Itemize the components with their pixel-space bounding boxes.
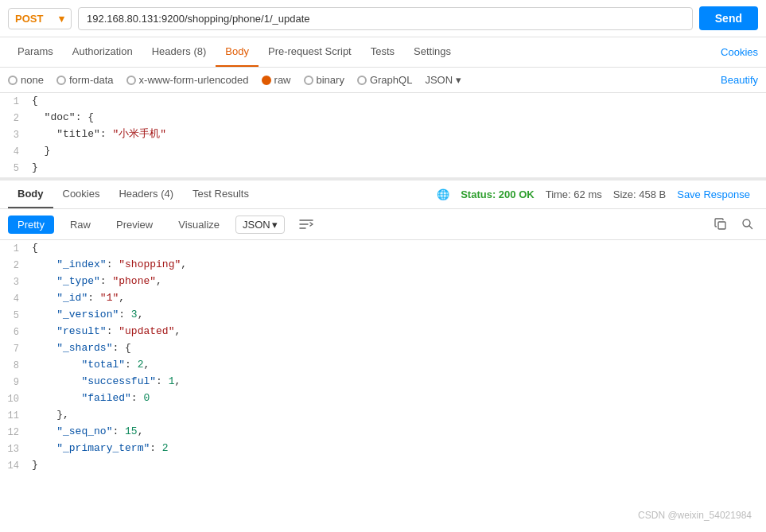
line-content: } xyxy=(29,457,766,473)
json-chevron: ▾ xyxy=(456,74,461,86)
tab-tests[interactable]: Tests xyxy=(361,37,404,67)
globe-icon: 🌐 xyxy=(437,188,449,200)
resp-code-line: 5 "_version": 3, xyxy=(0,307,766,324)
format-pretty[interactable]: Pretty xyxy=(8,216,54,234)
option-raw-label: raw xyxy=(274,74,291,86)
size-text: Size: 458 B xyxy=(613,188,667,200)
method-select[interactable]: POST ▾ xyxy=(8,8,72,29)
tab-prerequest[interactable]: Pre-request Script xyxy=(259,37,361,67)
wrap-icon[interactable] xyxy=(297,217,315,231)
beautify-button[interactable]: Beautify xyxy=(721,74,758,86)
tab-params[interactable]: Params xyxy=(8,37,63,67)
format-visualize[interactable]: Visualize xyxy=(169,216,229,234)
resp-tab-testresults[interactable]: Test Results xyxy=(183,181,259,208)
req-code-line: 2 "doc": { xyxy=(0,110,766,126)
line-content: "total": 2, xyxy=(29,357,766,373)
req-code-line: 1{ xyxy=(0,93,766,110)
format-preview[interactable]: Preview xyxy=(107,216,162,234)
resp-code-line: 7 "_shards": { xyxy=(0,340,766,357)
line-content: "_version": 3, xyxy=(29,307,766,323)
resp-code-line: 13 "_primary_term": 2 xyxy=(0,441,766,457)
method-chevron: ▾ xyxy=(59,13,64,25)
cookies-link[interactable]: Cookies xyxy=(721,46,758,58)
resp-tab-headers[interactable]: Headers (4) xyxy=(109,181,183,208)
response-status: 🌐 Status: 200 OK Time: 62 ms Size: 458 B… xyxy=(437,188,758,200)
resp-code-line: 2 "_index": "shopping", xyxy=(0,257,766,274)
req-code-line: 4 } xyxy=(0,143,766,160)
send-button[interactable]: Send xyxy=(699,6,758,30)
option-urlencoded-label: x-www-form-urlencoded xyxy=(139,74,249,86)
resp-tab-cookies[interactable]: Cookies xyxy=(53,181,110,208)
line-content: "successful": 1, xyxy=(29,374,766,390)
line-number: 5 xyxy=(0,160,29,177)
line-number: 11 xyxy=(0,407,29,424)
search-icon[interactable] xyxy=(737,214,758,235)
option-graphql[interactable]: GraphQL xyxy=(357,74,412,86)
line-content: "title": "小米手机" xyxy=(29,126,766,142)
line-number: 1 xyxy=(0,93,29,110)
request-code-editor[interactable]: 1{2 "doc": {3 "title": "小米手机"4 }5} xyxy=(0,93,766,181)
radio-graphql xyxy=(357,76,367,85)
method-label: POST xyxy=(15,13,43,25)
tab-settings[interactable]: Settings xyxy=(404,37,461,67)
line-number: 2 xyxy=(0,110,29,126)
resp-tab-body[interactable]: Body xyxy=(8,181,53,208)
radio-binary xyxy=(304,76,313,85)
json-format-label: JSON xyxy=(243,219,270,231)
line-content: "_primary_term": 2 xyxy=(29,441,766,456)
response-code-viewer: 1{2 "_index": "shopping",3 "_type": "pho… xyxy=(0,240,766,474)
resp-code-line: 1{ xyxy=(0,240,766,257)
line-content: } xyxy=(29,160,766,176)
option-formdata[interactable]: form-data xyxy=(56,74,114,86)
line-content: } xyxy=(29,143,766,159)
line-content: "_seq_no": 15, xyxy=(29,424,766,440)
resp-code-line: 11 }, xyxy=(0,407,766,424)
req-code-line: 3 "title": "小米手机" xyxy=(0,126,766,143)
line-content: }, xyxy=(29,407,766,423)
json-type-label: JSON xyxy=(425,74,453,86)
radio-none xyxy=(8,76,17,85)
json-format-chevron: ▾ xyxy=(272,219,278,231)
req-code-line: 5} xyxy=(0,160,766,177)
resp-code-line: 6 "result": "updated", xyxy=(0,324,766,340)
option-binary-label: binary xyxy=(317,74,344,86)
line-number: 9 xyxy=(0,374,29,390)
line-content: { xyxy=(29,93,766,109)
tab-authorization[interactable]: Authorization xyxy=(63,37,142,67)
line-number: 4 xyxy=(0,143,29,160)
request-tabs: Params Authorization Headers (8) Body Pr… xyxy=(0,37,766,68)
resp-code-line: 9 "successful": 1, xyxy=(0,374,766,390)
copy-icon[interactable] xyxy=(710,214,731,235)
option-binary[interactable]: binary xyxy=(304,74,344,86)
radio-formdata xyxy=(56,76,66,85)
option-urlencoded[interactable]: x-www-form-urlencoded xyxy=(126,74,249,86)
option-none-label: none xyxy=(21,74,44,86)
line-number: 4 xyxy=(0,290,29,307)
tab-headers[interactable]: Headers (8) xyxy=(142,37,216,67)
line-number: 7 xyxy=(0,340,29,357)
tab-body[interactable]: Body xyxy=(216,37,259,67)
option-none[interactable]: none xyxy=(8,74,44,86)
line-number: 5 xyxy=(0,307,29,324)
line-number: 10 xyxy=(0,390,29,407)
line-number: 3 xyxy=(0,274,29,290)
line-content: "failed": 0 xyxy=(29,390,766,406)
option-raw[interactable]: raw xyxy=(262,74,291,86)
url-input[interactable] xyxy=(78,7,693,30)
line-content: "_index": "shopping", xyxy=(29,257,766,273)
json-type-select[interactable]: JSON ▾ xyxy=(425,74,461,86)
line-number: 2 xyxy=(0,257,29,274)
line-number: 14 xyxy=(0,457,29,474)
line-content: "_id": "1", xyxy=(29,290,766,306)
format-raw[interactable]: Raw xyxy=(60,216,100,234)
response-format-row: Pretty Raw Preview Visualize JSON ▾ xyxy=(0,209,766,240)
radio-raw xyxy=(262,76,271,85)
line-content: "doc": { xyxy=(29,110,766,126)
save-response-button[interactable]: Save Response xyxy=(677,188,750,200)
line-content: { xyxy=(29,240,766,256)
resp-code-line: 10 "failed": 0 xyxy=(0,390,766,407)
line-number: 13 xyxy=(0,441,29,457)
line-content: "_shards": { xyxy=(29,340,766,356)
json-format-select[interactable]: JSON ▾ xyxy=(235,216,285,234)
line-number: 8 xyxy=(0,357,29,374)
